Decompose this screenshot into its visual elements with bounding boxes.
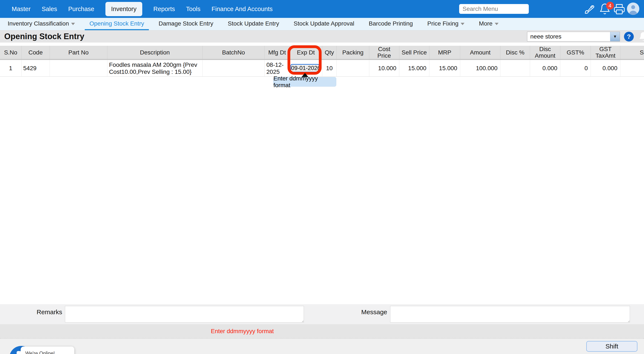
menu-sales[interactable]: Sales bbox=[42, 5, 57, 12]
cell-amount[interactable]: 100.000 bbox=[460, 60, 500, 76]
notifications-bell-icon[interactable]: 4 bbox=[599, 3, 611, 15]
tab-more[interactable]: More bbox=[474, 18, 503, 30]
tab-label: Price Fixing bbox=[428, 20, 458, 27]
col-header-sno: S.No bbox=[0, 46, 22, 59]
notification-count-badge: 4 bbox=[606, 2, 614, 9]
tab-stock-update-approval[interactable]: Stock Update Approval bbox=[289, 18, 359, 30]
col-header-gst-taxamt: GST TaxAmt bbox=[591, 46, 620, 59]
cell-mfg-dt[interactable]: 08-12-2025 bbox=[265, 60, 290, 76]
col-header-disc-pct: Disc % bbox=[500, 46, 530, 59]
remarks-section: Remarks Message bbox=[0, 304, 644, 324]
validation-strip: Enter ddmmyyyy format bbox=[0, 324, 644, 338]
col-header-mfg-dt: Mfg Dt bbox=[265, 46, 290, 59]
chevron-down-icon bbox=[461, 23, 464, 25]
page-title-bar: Opening Stock Entry neee stores ▼ ? bbox=[0, 30, 644, 42]
col-header-mrp: MRP bbox=[429, 46, 460, 59]
page-bell-icon[interactable] bbox=[638, 31, 644, 42]
dropdown-arrow-icon[interactable]: ▼ bbox=[610, 32, 620, 41]
col-header-batchno: BatchNo bbox=[202, 46, 265, 59]
cell-last[interactable] bbox=[620, 60, 644, 76]
col-header-disc-amount: Disc Amount bbox=[530, 46, 560, 59]
chevron-down-icon bbox=[71, 23, 75, 25]
tab-stock-update-entry[interactable]: Stock Update Entry bbox=[223, 18, 284, 30]
menu-purchase[interactable]: Purchase bbox=[68, 5, 94, 12]
printer-icon[interactable] bbox=[613, 3, 625, 15]
col-header-subtotal-clipped: Su bbox=[620, 46, 644, 59]
tab-label: Damage Stock Entry bbox=[159, 20, 214, 27]
store-selector-dropdown[interactable]: neee stores ▼ bbox=[527, 32, 620, 41]
tab-price-fixing[interactable]: Price Fixing bbox=[423, 18, 469, 30]
tab-damage-stock-entry[interactable]: Damage Stock Entry bbox=[154, 18, 218, 30]
menu-reports[interactable]: Reports bbox=[153, 5, 175, 12]
user-avatar[interactable] bbox=[627, 2, 639, 15]
exp-dt-input[interactable] bbox=[290, 64, 320, 72]
date-format-error-text: Enter ddmmyyyy format bbox=[211, 324, 274, 338]
bottom-action-bar: Shift bbox=[0, 338, 644, 354]
col-header-exp-dt: Exp Dt bbox=[290, 46, 322, 59]
date-format-tooltip: Enter ddmmyyyy format bbox=[273, 77, 336, 87]
message-label: Message bbox=[304, 309, 387, 316]
col-header-code: Code bbox=[22, 46, 50, 59]
menu-tools[interactable]: Tools bbox=[186, 5, 200, 12]
cell-cost-price[interactable]: 10.000 bbox=[369, 60, 399, 76]
tab-label: Stock Update Approval bbox=[294, 20, 354, 27]
cell-description[interactable]: Foodles masala AM 200gm {Prev Cost10.00,… bbox=[107, 60, 202, 76]
shift-button[interactable]: Shift bbox=[586, 341, 638, 352]
store-selector-value: neee stores bbox=[527, 32, 610, 41]
cell-code[interactable]: 5429 bbox=[22, 60, 50, 76]
cell-mrp[interactable]: 15.000 bbox=[429, 60, 460, 76]
cell-gst-taxamt[interactable]: 0.000 bbox=[591, 60, 620, 76]
tab-inventory-classification[interactable]: Inventory Classification bbox=[3, 18, 80, 30]
top-navigation-bar: Master Sales Purchase Inventory Reports … bbox=[0, 0, 644, 18]
chevron-down-icon bbox=[495, 23, 498, 25]
col-header-description: Description bbox=[107, 46, 202, 59]
chat-status-popup[interactable]: We're Online! bbox=[21, 347, 74, 354]
tab-label: Barcode Printing bbox=[369, 20, 413, 27]
remarks-label: Remarks bbox=[0, 309, 62, 316]
main-menu: Master Sales Purchase Inventory Reports … bbox=[12, 0, 272, 18]
cell-qty[interactable]: 10 bbox=[322, 60, 337, 76]
inventory-sub-navigation: Inventory Classification Opening Stock E… bbox=[0, 18, 644, 30]
tab-label: Inventory Classification bbox=[8, 20, 69, 27]
menu-finance-accounts[interactable]: Finance And Accounts bbox=[212, 5, 272, 12]
col-header-packing: Packing bbox=[337, 46, 369, 59]
tab-label: More bbox=[479, 20, 492, 27]
menu-inventory[interactable]: Inventory bbox=[106, 2, 142, 16]
col-header-cost-price: Cost Price bbox=[369, 46, 399, 59]
tab-label: Opening Stock Entry bbox=[90, 20, 144, 27]
cell-packing[interactable] bbox=[337, 60, 369, 76]
message-textarea[interactable] bbox=[390, 306, 630, 323]
col-header-gst-pct: GST% bbox=[560, 46, 591, 59]
stock-entry-grid: S.No Code Part No Description BatchNo Mf… bbox=[0, 46, 644, 77]
table-row: 1 5429 Foodles masala AM 200gm {Prev Cos… bbox=[0, 60, 644, 77]
col-header-sell-price: Sell Price bbox=[399, 46, 429, 59]
cell-sno[interactable]: 1 bbox=[0, 60, 22, 76]
cell-batchno[interactable] bbox=[202, 60, 265, 76]
cell-sell-price[interactable]: 15.000 bbox=[399, 60, 429, 76]
remarks-textarea[interactable] bbox=[65, 306, 304, 323]
cell-disc-amount[interactable]: 0.000 bbox=[530, 60, 560, 76]
app-window: Master Sales Purchase Inventory Reports … bbox=[0, 0, 644, 354]
cell-gst-pct[interactable]: 0 bbox=[560, 60, 591, 76]
tab-opening-stock-entry[interactable]: Opening Stock Entry bbox=[85, 18, 149, 30]
col-header-qty: Qty bbox=[322, 46, 337, 59]
cell-part-no[interactable] bbox=[50, 60, 107, 76]
page-title: Opening Stock Entry bbox=[4, 32, 84, 41]
tab-barcode-printing[interactable]: Barcode Printing bbox=[364, 18, 418, 30]
col-header-amount: Amount bbox=[460, 46, 500, 59]
menu-master[interactable]: Master bbox=[12, 5, 31, 12]
search-input[interactable] bbox=[459, 4, 529, 14]
help-icon[interactable]: ? bbox=[624, 32, 634, 41]
chat-status-text: We're Online! bbox=[25, 351, 55, 354]
tab-label: Stock Update Entry bbox=[228, 20, 279, 27]
col-header-part-no: Part No bbox=[50, 46, 107, 59]
theme-brush-icon[interactable] bbox=[584, 3, 596, 15]
grid-header-row: S.No Code Part No Description BatchNo Mf… bbox=[0, 46, 644, 60]
cell-disc-pct[interactable] bbox=[500, 60, 530, 76]
